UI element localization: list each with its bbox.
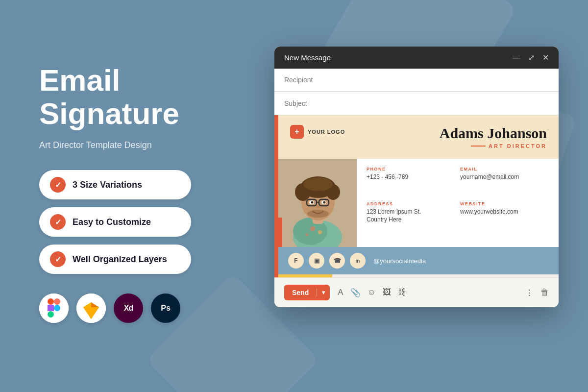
send-button[interactable]: Send ▾: [284, 285, 330, 300]
figma-icon: [39, 294, 69, 323]
ps-icon: Ps: [151, 294, 180, 323]
maximize-button[interactable]: ⤢: [528, 54, 535, 62]
svg-point-29: [323, 201, 326, 204]
sig-logo-text: YOUR LOGO: [308, 129, 345, 135]
check-icon-2: [50, 214, 66, 230]
feature-badge-2: Easy to Customize: [39, 207, 191, 237]
email-value: yourname@email.com: [460, 173, 549, 181]
sig-name-area: Adams Johanson ART DIRECTOR: [357, 125, 547, 149]
sig-logo-icon: +: [290, 125, 304, 139]
sig-body: PHONE +123 - 456 -789 EMAIL yourname@ema…: [278, 159, 559, 247]
more-options-icon[interactable]: ⋮: [525, 288, 534, 298]
svg-point-15: [318, 230, 322, 234]
send-label: Send: [284, 289, 317, 296]
email-label: EMAIL: [460, 167, 549, 172]
minimize-button[interactable]: —: [513, 54, 520, 62]
check-icon-3: [50, 251, 66, 267]
social-linkedin-icon: in: [350, 253, 366, 269]
social-facebook-icon: F: [288, 253, 304, 269]
svg-point-31: [307, 210, 329, 218]
feature-badge-1: 3 Size Variations: [39, 170, 191, 199]
toolbar-icons: A 📎 ☺ 🖼 ⛓: [338, 288, 517, 298]
format-text-icon[interactable]: A: [338, 288, 343, 297]
window-controls: — ⤢ ✕: [513, 54, 549, 62]
svg-rect-2: [54, 298, 60, 305]
svg-point-30: [316, 205, 320, 208]
svg-rect-4: [48, 311, 54, 318]
website-group: WEBSITE www.yourwebsite.com: [460, 201, 549, 239]
address-value: 123 Lorem Ipsum St.Country Here: [367, 208, 455, 224]
sig-bottom-area: [278, 274, 559, 277]
address-label: ADDRESS: [367, 201, 455, 206]
sig-details: PHONE +123 - 456 -789 EMAIL yourname@ema…: [357, 159, 559, 247]
window-titlebar: New Message — ⤢ ✕: [274, 47, 559, 69]
emoji-icon[interactable]: ☺: [368, 288, 376, 297]
svg-rect-3: [48, 305, 54, 311]
sig-bottom-line: [278, 274, 332, 277]
sig-role: ART DIRECTOR: [357, 143, 547, 149]
social-phone-icon: ☎: [329, 253, 345, 269]
sig-social-bar: F ▣ ☎ in @yoursocialmedia: [278, 247, 559, 274]
email-window: New Message — ⤢ ✕ + YOUR LOGO: [274, 47, 559, 307]
feature-label-2: Easy to Customize: [73, 217, 151, 227]
send-dropdown-icon[interactable]: ▾: [317, 289, 330, 296]
svg-rect-1: [48, 298, 54, 305]
phone-group: PHONE +123 - 456 -789: [367, 167, 455, 196]
attachment-icon[interactable]: 📎: [350, 288, 361, 298]
email-toolbar: Send ▾ A 📎 ☺ 🖼 ⛓ ⋮ 🗑: [274, 277, 559, 307]
tool-icons: Xd Ps: [39, 294, 245, 323]
feature-label-3: Well Organized Layers: [73, 254, 167, 265]
check-icon-1: [50, 177, 66, 193]
window-title: New Message: [284, 53, 331, 62]
social-handle: @yoursocialmedia: [373, 257, 426, 265]
email-group: EMAIL yourname@email.com: [460, 167, 549, 196]
delete-icon[interactable]: 🗑: [540, 288, 549, 297]
svg-point-16: [305, 233, 308, 236]
feature-label-1: 3 Size Variations: [73, 180, 142, 190]
subject-field[interactable]: [274, 92, 559, 115]
signature-area: + YOUR LOGO Adams Johanson ART DIRECTOR: [274, 115, 559, 277]
svg-point-22: [303, 177, 333, 191]
xd-icon: Xd: [114, 294, 143, 323]
left-panel: Email Signature Art Director Template De…: [39, 64, 245, 323]
sig-logo-area: + YOUR LOGO: [290, 125, 349, 139]
feature-badge-3: Well Organized Layers: [39, 245, 191, 274]
website-label: WEBSITE: [460, 201, 549, 206]
sig-left-bar: [274, 115, 278, 277]
social-instagram-icon: ▣: [309, 253, 324, 269]
toolbar-more: ⋮ 🗑: [525, 288, 549, 298]
image-icon[interactable]: 🖼: [383, 288, 391, 297]
phone-value: +123 - 456 -789: [367, 173, 455, 181]
address-group: ADDRESS 123 Lorem Ipsum St.Country Here: [367, 201, 455, 239]
svg-point-28: [311, 201, 314, 204]
sig-name: Adams Johanson: [357, 125, 547, 141]
subtitle: Art Director Template Design: [39, 140, 245, 150]
phone-label: PHONE: [367, 167, 455, 172]
main-title: Email Signature: [39, 64, 245, 130]
photo-orange-bar: [278, 218, 282, 247]
recipient-input[interactable]: [284, 76, 549, 84]
sig-role-line: [471, 146, 486, 147]
svg-point-14: [310, 226, 315, 231]
subject-input[interactable]: [284, 99, 549, 107]
svg-point-5: [54, 305, 60, 311]
person-photo: [278, 159, 357, 247]
link-icon[interactable]: ⛓: [398, 288, 406, 297]
close-button[interactable]: ✕: [542, 54, 549, 62]
sketch-icon: [76, 294, 106, 323]
website-value: www.yourwebsite.com: [460, 208, 549, 216]
sig-header: + YOUR LOGO Adams Johanson ART DIRECTOR: [278, 115, 559, 159]
recipient-field[interactable]: [274, 69, 559, 92]
